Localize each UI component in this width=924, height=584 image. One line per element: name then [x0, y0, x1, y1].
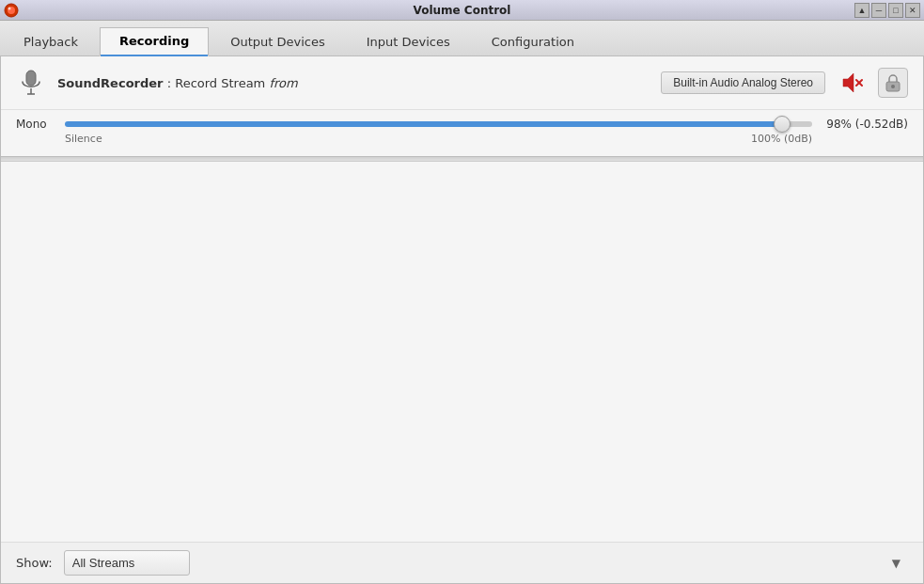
svg-point-10	[891, 85, 895, 88]
mute-button[interactable]	[837, 68, 867, 98]
volume-row: Mono 98% (-0.52dB) Silence 100% (0dB)	[1, 110, 923, 149]
tab-output-devices[interactable]: Output Devices	[211, 28, 345, 56]
title-minimize-button[interactable]: ─	[871, 3, 886, 18]
show-label: Show:	[16, 556, 53, 570]
tab-bar: Playback Recording Output Devices Input …	[0, 21, 924, 56]
title-bar: Volume Control ▲ ─ □ ✕	[0, 0, 924, 21]
microphone-icon	[16, 68, 46, 98]
divider	[1, 156, 923, 162]
channel-label: Mono	[16, 118, 54, 131]
tab-recording[interactable]: Recording	[100, 27, 209, 56]
stream-type: Record Stream	[175, 76, 265, 90]
show-select-wrapper: All Streams Application Streams Virtual …	[64, 550, 908, 576]
app-logo-icon	[4, 3, 19, 18]
lock-button[interactable]	[878, 68, 908, 98]
svg-point-2	[8, 7, 11, 9]
title-up-button[interactable]: ▲	[854, 3, 869, 18]
tab-input-devices[interactable]: Input Devices	[347, 28, 470, 56]
svg-rect-3	[26, 71, 36, 86]
label-silence: Silence	[65, 133, 102, 145]
svg-marker-6	[843, 73, 854, 92]
tab-playback[interactable]: Playback	[4, 28, 98, 56]
slider-labels: Silence 100% (0dB)	[65, 131, 812, 145]
label-100: 100% (0dB)	[751, 133, 812, 145]
slider-container	[65, 121, 812, 127]
slider-track	[65, 121, 812, 127]
stream-label: SoundRecorder : Record Stream from	[57, 76, 650, 90]
device-select-button[interactable]: Built-in Audio Analog Stereo	[661, 71, 825, 94]
main-content: SoundRecorder : Record Stream from Built…	[0, 56, 924, 584]
stream-preposition: from	[265, 76, 297, 90]
window-title: Volume Control	[414, 4, 511, 17]
tab-configuration[interactable]: Configuration	[472, 28, 594, 56]
title-bar-left	[4, 3, 19, 18]
title-bar-controls: ▲ ─ □ ✕	[854, 3, 920, 18]
show-select[interactable]: All Streams Application Streams Virtual …	[64, 550, 190, 576]
app-name: SoundRecorder	[57, 76, 164, 90]
volume-channel: Mono 98% (-0.52dB)	[16, 118, 908, 131]
title-maximize-button[interactable]: □	[888, 3, 903, 18]
stream-separator: :	[164, 76, 176, 90]
volume-percent: 98% (-0.52dB)	[823, 118, 908, 131]
title-close-button[interactable]: ✕	[905, 3, 920, 18]
stream-row: SoundRecorder : Record Stream from Built…	[1, 56, 923, 110]
select-arrow-icon: ▼	[892, 557, 901, 570]
bottom-bar: Show: All Streams Application Streams Vi…	[1, 542, 923, 583]
